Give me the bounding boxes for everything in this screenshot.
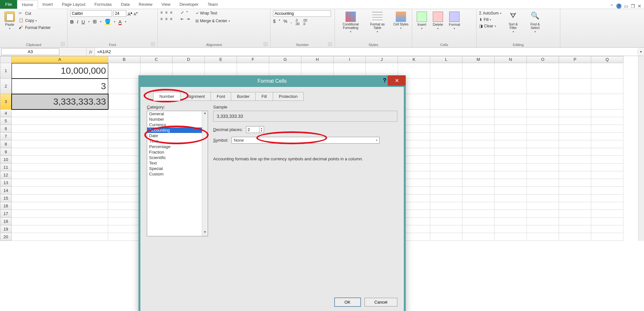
grid-cell[interactable] bbox=[527, 202, 559, 210]
row-header[interactable]: 8 bbox=[0, 140, 12, 148]
name-box[interactable] bbox=[1, 48, 59, 55]
grid-cell[interactable] bbox=[559, 133, 591, 140]
column-header[interactable]: O bbox=[527, 56, 559, 63]
delete-cells-button[interactable]: Delete▾ bbox=[431, 10, 445, 31]
autosum-button[interactable]: ΣAutoSum▾ bbox=[479, 10, 501, 16]
category-item[interactable]: Custom bbox=[147, 171, 208, 177]
grid-cell[interactable] bbox=[591, 179, 623, 187]
sort-filter-button[interactable]: ᗊSort & Filter▾ bbox=[503, 10, 523, 34]
grid-cell[interactable] bbox=[559, 94, 591, 109]
grid-cell[interactable] bbox=[462, 225, 495, 233]
dialog-tab-border[interactable]: Border bbox=[231, 92, 256, 101]
formula-input[interactable] bbox=[95, 48, 638, 56]
category-item[interactable]: Percentage bbox=[147, 144, 208, 149]
grid-cell[interactable]: 3 bbox=[12, 79, 108, 94]
grid-cell[interactable] bbox=[495, 194, 527, 202]
fx-icon[interactable]: fx bbox=[86, 48, 95, 56]
column-header[interactable]: H bbox=[301, 56, 334, 63]
grid-cell[interactable] bbox=[559, 117, 591, 125]
grid-cell[interactable] bbox=[462, 187, 495, 194]
grid-cell[interactable] bbox=[591, 125, 623, 133]
category-listbox[interactable]: GeneralNumberCurrencyAccountingDateTimeP… bbox=[147, 111, 208, 236]
grid-cell[interactable] bbox=[559, 225, 591, 233]
grid-cell[interactable] bbox=[591, 94, 623, 109]
grid-cell[interactable] bbox=[430, 148, 462, 156]
row-header[interactable]: 7 bbox=[0, 133, 12, 140]
grid-cell[interactable] bbox=[12, 233, 108, 241]
grid-cell[interactable] bbox=[495, 79, 527, 94]
number-format-select[interactable] bbox=[273, 10, 331, 17]
grid-cell[interactable] bbox=[527, 117, 559, 125]
grid-cell[interactable] bbox=[559, 79, 591, 94]
grid-cell[interactable] bbox=[108, 179, 140, 187]
grid-cell[interactable] bbox=[12, 117, 108, 125]
grid-cell[interactable] bbox=[12, 194, 108, 202]
row-header[interactable]: 14 bbox=[0, 187, 12, 194]
grid-cell[interactable] bbox=[12, 179, 108, 187]
decrease-decimal-icon[interactable]: .00.0 bbox=[303, 19, 307, 26]
row-header[interactable]: 13 bbox=[0, 179, 12, 187]
tab-page-layout[interactable]: Page Layout bbox=[57, 0, 90, 9]
grid-cell[interactable] bbox=[430, 218, 462, 225]
grid-cell[interactable] bbox=[527, 109, 559, 117]
category-item[interactable]: Date bbox=[147, 133, 208, 138]
grid-cell[interactable] bbox=[495, 210, 527, 218]
grid-cell[interactable] bbox=[12, 148, 108, 156]
grid-cell[interactable] bbox=[430, 109, 462, 117]
grid-cell[interactable]: 3,333,333.33 bbox=[12, 94, 108, 109]
shrink-font-icon[interactable]: A▾ bbox=[134, 11, 137, 16]
grid-cell[interactable] bbox=[495, 187, 527, 194]
grid-cell[interactable] bbox=[527, 218, 559, 225]
column-header[interactable]: I bbox=[334, 56, 366, 63]
grid-cell[interactable] bbox=[430, 233, 462, 241]
grid-cell[interactable] bbox=[462, 218, 495, 225]
grid-cell[interactable]: 10,000,000 bbox=[12, 63, 108, 79]
grid-cell[interactable] bbox=[430, 79, 462, 94]
grid-cell[interactable] bbox=[559, 233, 591, 241]
decrease-indent-icon[interactable]: ⇤ bbox=[181, 17, 184, 21]
vertical-scrollbar[interactable] bbox=[638, 56, 644, 241]
category-item[interactable]: Fraction bbox=[147, 149, 208, 155]
grid-cell[interactable] bbox=[108, 148, 140, 156]
grid-cell[interactable] bbox=[430, 179, 462, 187]
format-painter-button[interactable]: Format Painter bbox=[19, 24, 51, 31]
fill-color-button[interactable]: 🪣 bbox=[105, 19, 111, 24]
row-header[interactable]: 19 bbox=[0, 225, 12, 233]
category-item[interactable]: Special bbox=[147, 166, 208, 171]
column-header[interactable]: N bbox=[495, 56, 527, 63]
category-item[interactable]: Time bbox=[147, 138, 208, 144]
percent-button[interactable]: % bbox=[283, 19, 287, 26]
grid-cell[interactable] bbox=[108, 210, 140, 218]
tab-insert[interactable]: Insert bbox=[38, 0, 58, 9]
grid-cell[interactable] bbox=[108, 133, 140, 140]
tab-data[interactable]: Data bbox=[116, 0, 134, 9]
column-header[interactable]: B bbox=[108, 56, 140, 63]
conditional-formatting-button[interactable]: Conditional Formatting▾ bbox=[337, 10, 364, 34]
column-header[interactable]: L bbox=[430, 56, 462, 63]
grid-cell[interactable] bbox=[591, 79, 623, 94]
clipboard-launcher-icon[interactable]: ⤢ bbox=[61, 42, 65, 46]
grid-cell[interactable] bbox=[430, 125, 462, 133]
grid-cell[interactable] bbox=[12, 187, 108, 194]
align-middle-icon[interactable]: ≡ bbox=[165, 10, 167, 15]
grid-cell[interactable] bbox=[559, 63, 591, 79]
grid-cell[interactable] bbox=[12, 125, 108, 133]
italic-button[interactable]: I bbox=[77, 19, 78, 24]
grid-cell[interactable] bbox=[12, 156, 108, 164]
grid-cell[interactable] bbox=[12, 164, 108, 171]
grid-cell[interactable] bbox=[527, 225, 559, 233]
grid-cell[interactable] bbox=[527, 133, 559, 140]
row-header[interactable]: 2 bbox=[0, 79, 12, 94]
dialog-titlebar[interactable]: Format Cells ? ✕ bbox=[138, 75, 406, 87]
grid-cell[interactable] bbox=[495, 218, 527, 225]
grid-cell[interactable] bbox=[495, 225, 527, 233]
column-header[interactable]: Q bbox=[591, 56, 623, 63]
grid-cell[interactable] bbox=[527, 233, 559, 241]
comma-button[interactable]: , bbox=[290, 19, 292, 26]
grid-cell[interactable] bbox=[495, 156, 527, 164]
row-header[interactable]: 18 bbox=[0, 218, 12, 225]
row-header[interactable]: 11 bbox=[0, 164, 12, 171]
grid-cell[interactable] bbox=[108, 187, 140, 194]
grid-cell[interactable] bbox=[527, 79, 559, 94]
grid-cell[interactable] bbox=[559, 140, 591, 148]
